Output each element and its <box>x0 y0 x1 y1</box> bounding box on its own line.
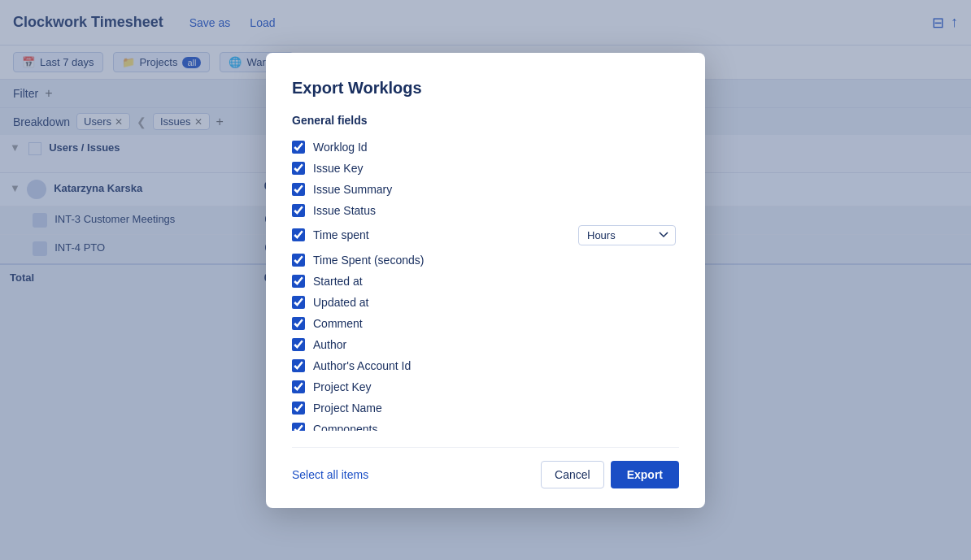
field-row-time_spent_seconds: Time Spent (seconds) <box>292 250 676 271</box>
select-all-button[interactable]: Select all items <box>292 468 368 481</box>
fields-list: Worklog IdIssue KeyIssue SummaryIssue St… <box>292 137 676 431</box>
field-row-issue_key: Issue Key <box>292 158 676 179</box>
field-checkbox-comment[interactable] <box>292 317 305 330</box>
field-checkbox-project_name[interactable] <box>292 402 305 415</box>
field-label-project_name[interactable]: Project Name <box>313 402 382 415</box>
field-label-components[interactable]: Components <box>313 423 377 431</box>
field-checkbox-project_key[interactable] <box>292 380 305 393</box>
field-row-comment: Comment <box>292 313 676 334</box>
field-row-project_name: Project Name <box>292 397 676 419</box>
footer-actions: Cancel Export <box>541 461 679 488</box>
field-label-updated_at[interactable]: Updated at <box>313 296 369 309</box>
field-label-issue_summary[interactable]: Issue Summary <box>313 183 392 196</box>
field-checkbox-issue_key[interactable] <box>292 162 305 175</box>
field-label-worklog_id[interactable]: Worklog Id <box>313 141 368 154</box>
field-row-author: Author <box>292 334 676 355</box>
field-label-comment[interactable]: Comment <box>313 317 363 330</box>
field-checkbox-time_spent_seconds[interactable] <box>292 254 305 267</box>
export-modal: Export Worklogs General fields Worklog I… <box>266 53 705 508</box>
cancel-button[interactable]: Cancel <box>541 461 604 488</box>
field-row-time_spent: Time spentHoursMinutesSecondsDays <box>292 221 676 250</box>
field-checkbox-worklog_id[interactable] <box>292 141 305 154</box>
field-label-author_account_id[interactable]: Author's Account Id <box>313 359 411 372</box>
field-checkbox-issue_summary[interactable] <box>292 183 305 196</box>
field-row-issue_status: Issue Status <box>292 200 676 221</box>
field-checkbox-author[interactable] <box>292 338 305 351</box>
field-label-time_spent[interactable]: Time spent <box>313 228 369 241</box>
field-label-project_key[interactable]: Project Key <box>313 380 372 393</box>
field-checkbox-author_account_id[interactable] <box>292 359 305 372</box>
modal-overlay: Export Worklogs General fields Worklog I… <box>0 0 971 560</box>
field-checkbox-time_spent[interactable] <box>292 228 305 241</box>
field-checkbox-started_at[interactable] <box>292 275 305 288</box>
field-label-started_at[interactable]: Started at <box>313 275 363 288</box>
field-checkbox-updated_at[interactable] <box>292 296 305 309</box>
modal-body: General fields Worklog IdIssue KeyIssue … <box>292 114 679 431</box>
export-button[interactable]: Export <box>611 461 679 488</box>
field-label-time_spent_seconds[interactable]: Time Spent (seconds) <box>313 254 424 267</box>
field-checkbox-issue_status[interactable] <box>292 204 305 217</box>
field-checkbox-components[interactable] <box>292 423 305 431</box>
field-row-issue_summary: Issue Summary <box>292 179 676 200</box>
field-row-project_key: Project Key <box>292 376 676 397</box>
field-row-author_account_id: Author's Account Id <box>292 355 676 376</box>
section-label: General fields <box>292 114 676 127</box>
time-unit-selector[interactable]: HoursMinutesSecondsDays <box>578 225 676 245</box>
field-row-worklog_id: Worklog Id <box>292 137 676 158</box>
modal-footer: Select all items Cancel Export <box>292 447 679 488</box>
time-unit-select[interactable]: HoursMinutesSecondsDays <box>578 225 676 245</box>
modal-title: Export Worklogs <box>292 79 679 98</box>
field-label-issue_key[interactable]: Issue Key <box>313 162 363 175</box>
field-row-components: Components <box>292 419 676 431</box>
field-row-started_at: Started at <box>292 271 676 292</box>
field-row-updated_at: Updated at <box>292 292 676 313</box>
field-label-author[interactable]: Author <box>313 338 346 351</box>
field-label-issue_status[interactable]: Issue Status <box>313 204 376 217</box>
